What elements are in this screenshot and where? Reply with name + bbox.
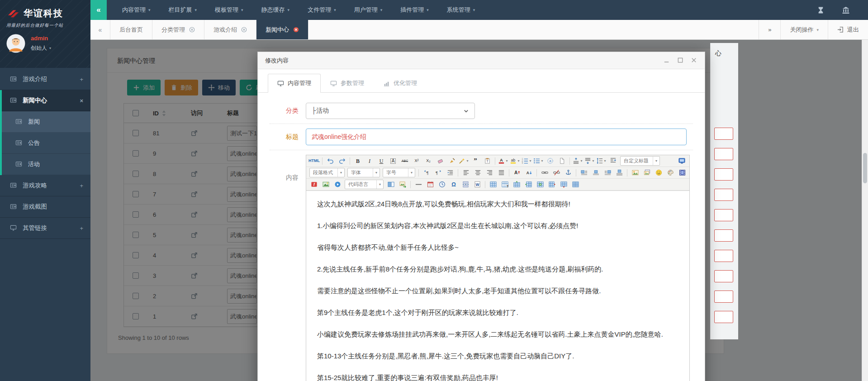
- category-select[interactable]: ├活动: [306, 103, 475, 119]
- pinned-sort-input[interactable]: [714, 128, 733, 140]
- sidebar-item[interactable]: 游戏攻略+: [0, 175, 90, 196]
- increase-font-icon[interactable]: A: [512, 168, 522, 177]
- scrollbar-thumb[interactable]: [863, 153, 867, 183]
- image-align-left-icon[interactable]: [579, 168, 589, 177]
- emoticon-icon[interactable]: [653, 168, 664, 177]
- source-button[interactable]: HTML: [308, 156, 320, 166]
- title-input[interactable]: [306, 129, 687, 145]
- unordered-list-icon[interactable]: ▾: [533, 156, 544, 166]
- auto-correct-icon[interactable]: a: [545, 156, 555, 166]
- horizontal-rule-icon[interactable]: [413, 180, 424, 189]
- sidebar-item[interactable]: 游戏介绍+: [0, 69, 90, 90]
- code-language-select[interactable]: 代码语言▾: [345, 180, 384, 189]
- special-char-icon[interactable]: Ω: [448, 180, 459, 189]
- insert-column-icon[interactable]: [523, 180, 534, 189]
- table-props-icon[interactable]: T: [499, 180, 510, 189]
- word-paste-icon[interactable]: W: [472, 180, 483, 189]
- hourglass-icon[interactable]: [817, 6, 825, 14]
- expand-icon[interactable]: +: [80, 225, 83, 232]
- font-size-select[interactable]: 字号▾: [383, 168, 415, 177]
- sidebar-item[interactable]: 新闻中心×: [0, 90, 90, 111]
- pinned-sort-input[interactable]: [714, 250, 733, 262]
- multi-image-icon[interactable]: [641, 168, 652, 177]
- insert-media-icon[interactable]: [332, 180, 343, 189]
- bank-icon[interactable]: [842, 6, 850, 14]
- topnav-menu-4[interactable]: 静态缓存▾: [252, 0, 299, 20]
- align-justify-icon[interactable]: [496, 168, 507, 177]
- tabs-scroll-right-button[interactable]: »: [759, 20, 780, 39]
- sidebar-item[interactable]: 游戏截图: [0, 196, 90, 218]
- pinned-sort-input[interactable]: [714, 148, 733, 160]
- topnav-menu-1[interactable]: 内容管理▾: [113, 0, 160, 20]
- logout-button[interactable]: 退出: [828, 20, 868, 39]
- close-icon[interactable]: [691, 57, 697, 64]
- ltr-icon[interactable]: ¶: [421, 168, 432, 177]
- delete-table-icon[interactable]: [570, 180, 581, 189]
- insert-code-icon[interactable]: [385, 180, 396, 189]
- insert-map-icon[interactable]: [320, 180, 331, 189]
- insert-time-icon[interactable]: [436, 180, 447, 189]
- expand-icon[interactable]: +: [80, 76, 83, 83]
- rtl-icon[interactable]: ¶: [433, 168, 444, 177]
- cell-props-icon[interactable]: [511, 180, 522, 189]
- margin-top-icon[interactable]: ▾: [572, 156, 583, 166]
- tab-游戏介绍[interactable]: 游戏介绍: [204, 20, 256, 39]
- font-style-box-icon[interactable]: A: [388, 156, 398, 166]
- avatar[interactable]: [6, 34, 25, 53]
- insert-row-icon[interactable]: [535, 180, 545, 189]
- image-align-center-icon[interactable]: [590, 168, 601, 177]
- paragraph-indent-icon[interactable]: [445, 168, 455, 177]
- subscript-icon[interactable]: X₂: [423, 156, 434, 166]
- bold-icon[interactable]: B: [352, 156, 363, 166]
- decrease-font-icon[interactable]: A: [523, 168, 534, 177]
- maximize-icon[interactable]: [677, 57, 684, 64]
- line-height-icon[interactable]: ▾: [596, 156, 607, 166]
- page-break-icon[interactable]: [460, 180, 471, 189]
- page-scrollbar[interactable]: [862, 40, 868, 381]
- pinned-sort-input[interactable]: [714, 168, 733, 181]
- modal-tab-参数管理[interactable]: 参数管理: [321, 74, 374, 93]
- user-role-dropdown[interactable]: 创始人 ▾: [31, 44, 51, 52]
- insert-music-icon[interactable]: [688, 168, 689, 177]
- link-icon[interactable]: [539, 168, 550, 177]
- editor-content[interactable]: 这次九妖神武版2区,24日晚8点开放,可以免费畅玩,相信玩家大大们和我一样都很期…: [306, 190, 689, 381]
- paste-text-icon[interactable]: T: [482, 156, 493, 166]
- tab-后台首页[interactable]: 后台首页: [110, 20, 152, 39]
- text-color-icon[interactable]: A▾: [498, 156, 508, 166]
- merge-cells-icon[interactable]: [546, 180, 557, 189]
- image-block-icon[interactable]: [614, 168, 625, 177]
- insert-video-icon[interactable]: [677, 168, 688, 177]
- superscript-icon[interactable]: X²: [411, 156, 422, 166]
- collapse-icon[interactable]: ×: [80, 97, 83, 104]
- blockquote-icon[interactable]: ”: [470, 156, 481, 166]
- pinned-sort-input[interactable]: [714, 311, 733, 323]
- anchor-icon[interactable]: [563, 168, 574, 177]
- font-family-select[interactable]: 字体▾: [347, 168, 380, 177]
- modal-tab-内容管理[interactable]: 内容管理: [268, 74, 321, 93]
- topnav-menu-8[interactable]: 系统管理▾: [438, 0, 484, 20]
- minimize-icon[interactable]: [664, 57, 670, 64]
- align-left-icon[interactable]: [460, 168, 471, 177]
- margin-bottom-icon[interactable]: ▾: [584, 156, 595, 166]
- pinned-sort-input[interactable]: [714, 209, 733, 221]
- italic-icon[interactable]: I: [364, 156, 375, 166]
- align-center-icon[interactable]: [472, 168, 483, 177]
- topnav-menu-3[interactable]: 模板管理▾: [206, 0, 252, 20]
- topnav-menu-5[interactable]: 文件管理▾: [299, 0, 345, 20]
- split-cell-icon[interactable]: [558, 180, 569, 189]
- topnav-menu-7[interactable]: 插件管理▾: [391, 0, 438, 20]
- insert-image-icon[interactable]: [630, 168, 640, 177]
- heading-select[interactable]: 自定义标题▾: [620, 156, 660, 166]
- insert-flash-icon[interactable]: f: [308, 180, 319, 189]
- pinned-sort-input[interactable]: [714, 291, 733, 303]
- expand-icon[interactable]: +: [80, 182, 83, 189]
- pinned-sort-input[interactable]: [714, 270, 733, 282]
- tab-新闻中心[interactable]: 新闻中心: [256, 20, 308, 39]
- ordered-list-icon[interactable]: 123▾: [521, 156, 532, 166]
- format-brush-icon[interactable]: [446, 156, 457, 166]
- highlight-color-icon[interactable]: ab▾: [509, 156, 520, 166]
- topnav-menu-6[interactable]: 用户管理▾: [345, 0, 392, 20]
- modal-tab-优化管理[interactable]: 优化管理: [374, 74, 427, 93]
- strikethrough-icon[interactable]: ABC: [399, 156, 410, 166]
- tab-close-icon[interactable]: [189, 27, 195, 33]
